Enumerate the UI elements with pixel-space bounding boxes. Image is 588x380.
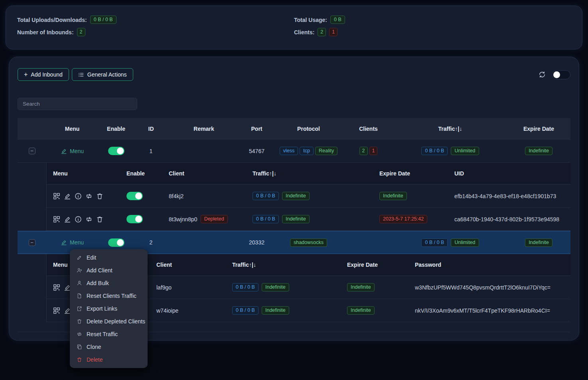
- client-traffic: 0 B / 0 B Indefinite: [226, 306, 341, 315]
- search-input[interactable]: [18, 98, 137, 110]
- traffic-tag: 0 B / 0 B: [232, 306, 258, 315]
- client-expire: Indefinite: [341, 306, 408, 315]
- edit-client-button[interactable]: [64, 216, 71, 223]
- number-of-inbounds-value: 2: [77, 28, 85, 36]
- traffic-limit-tag: Unlimited: [451, 147, 479, 155]
- reset-client-traffic-button[interactable]: [85, 216, 93, 223]
- clients-table-header: Menu Enable Client Traffic↑|↓ Expire Dat…: [47, 163, 570, 185]
- file-icon: [77, 293, 82, 299]
- client-row: 8t3wjnn8p0 Depleted 0 B / 0 B Indefinite…: [47, 208, 570, 231]
- expire-tag: Indefinite: [379, 192, 407, 200]
- total-usage-value: 0 B: [330, 16, 345, 24]
- reset-client-traffic-button[interactable]: [85, 193, 93, 200]
- inbound-enable-toggle[interactable]: [108, 147, 124, 155]
- protocol-tag: tcp: [300, 147, 314, 155]
- inbound-traffic: 0 B / 0 B Unlimited: [393, 238, 507, 247]
- menu-item-edit[interactable]: Edit: [70, 251, 148, 264]
- info-icon: [75, 193, 82, 200]
- edit-client-button[interactable]: [64, 193, 71, 200]
- client-name: w74ioipe: [150, 307, 226, 314]
- menu-item-clone[interactable]: Clone: [70, 341, 148, 353]
- inbound-expire: Indefinite: [507, 238, 570, 247]
- client-expire: 2023-5-7 17:25:42: [373, 215, 448, 223]
- refresh-icon[interactable]: [539, 71, 546, 78]
- clients-stat: Clients: 2 1: [294, 28, 571, 36]
- header-enable: Enable: [98, 126, 134, 132]
- qrcode-button[interactable]: [53, 193, 60, 200]
- menu-item-export-links[interactable]: Export Links: [70, 302, 148, 315]
- client-uid: efb14b43-4a79-4e83-ef18-e48cf1901b73: [448, 193, 570, 199]
- qrcode-button[interactable]: [53, 307, 60, 314]
- client-traffic: 0 B / 0 B Indefinite: [226, 283, 341, 291]
- client-actions: [53, 193, 103, 200]
- inbound-menu-button[interactable]: Menu: [61, 239, 84, 246]
- inbound-port: 20332: [240, 239, 274, 246]
- client-info-button[interactable]: [75, 193, 82, 200]
- client-uid: ca68470b-1940-437d-802b-1f9573e94598: [448, 216, 570, 222]
- client-actions: [53, 216, 103, 223]
- depleted-clients-tag: 1: [369, 147, 378, 155]
- header-traffic[interactable]: Traffic↑|↓: [246, 170, 373, 177]
- client-expire: Indefinite: [341, 283, 408, 291]
- delete-client-button[interactable]: [96, 193, 103, 200]
- menu-item-reset-traffic[interactable]: Reset Traffic: [70, 328, 148, 341]
- protocol-tag: Reality: [315, 147, 337, 155]
- expire-tag: Indefinite: [525, 238, 552, 247]
- inbound-menu-button[interactable]: Menu: [61, 148, 84, 154]
- add-inbound-button[interactable]: + Add Inbound: [18, 68, 69, 81]
- swap-icon: [85, 216, 93, 223]
- stats-card: Total Uploads/Downloads: 0 B / 0 B Numbe…: [6, 6, 582, 49]
- client-password: w3NfbzUPf5WWd745Q8pvsmQrdrttT2lO6knuI7Di…: [408, 284, 570, 291]
- client-info-button[interactable]: [75, 216, 82, 223]
- expire-tag: 2023-5-7 17:25:42: [379, 215, 427, 223]
- client-enable-toggle[interactable]: [126, 192, 143, 200]
- collapse-row-button[interactable]: −: [29, 239, 36, 246]
- number-of-inbounds-label: Number of Inbounds:: [17, 29, 74, 35]
- client-name: 8f4kj2: [162, 193, 246, 199]
- header-expire-date: Expire Date: [507, 126, 570, 132]
- dark-mode-toggle[interactable]: [552, 70, 570, 79]
- client-name: laf9go: [150, 284, 226, 291]
- traffic-tag: 0 B / 0 B: [253, 215, 279, 223]
- client-password: nkV/I/3XoAm9v6xMT/T5lcrF4TpeTKF98rHARbRo…: [408, 307, 570, 314]
- general-actions-button[interactable]: General Actions: [72, 68, 133, 81]
- stats-right-column: Total Usage: 0 B Clients: 2 1: [294, 16, 571, 39]
- inbound-enable-toggle[interactable]: [108, 238, 124, 247]
- menu-item-delete-depleted-clients[interactable]: Delete Depleted Clients: [70, 315, 148, 328]
- copy-icon: [77, 344, 82, 350]
- qrcode-button[interactable]: [53, 216, 60, 223]
- swap-icon: [85, 193, 93, 200]
- edit-icon: [64, 193, 71, 200]
- qr-code-icon: [53, 284, 60, 291]
- stats-left-column: Total Uploads/Downloads: 0 B / 0 B Numbe…: [17, 16, 294, 39]
- inbound-row-1: − Menu 1 54767 vless: [18, 140, 570, 163]
- traffic-limit-tag: Indefinite: [262, 306, 289, 315]
- menu-item-add-bulk[interactable]: Add Bulk: [70, 277, 148, 289]
- header-traffic[interactable]: Traffic↑|↓: [226, 262, 341, 268]
- delete-client-button[interactable]: [96, 216, 103, 223]
- qrcode-button[interactable]: [53, 284, 60, 291]
- export-icon: [77, 306, 82, 311]
- protocol-tag: vless: [280, 147, 298, 155]
- trash-icon: [77, 357, 82, 362]
- inbound-traffic: 0 B / 0 B Unlimited: [393, 147, 507, 155]
- qr-code-icon: [53, 193, 60, 200]
- collapse-row-button[interactable]: −: [29, 148, 36, 154]
- client-traffic: 0 B / 0 B Indefinite: [246, 215, 373, 223]
- client-traffic: 0 B / 0 B Indefinite: [246, 192, 373, 200]
- header-remark: Remark: [168, 126, 240, 132]
- edit-icon: [64, 216, 71, 223]
- header-password: Password: [408, 262, 570, 268]
- header-traffic[interactable]: Traffic↑|↓: [393, 126, 507, 132]
- header-id: ID: [134, 126, 168, 132]
- edit-icon: [61, 148, 67, 154]
- menu-item-delete[interactable]: Delete: [70, 353, 148, 366]
- traffic-limit-tag: Indefinite: [262, 283, 289, 291]
- toggle-knob: [117, 239, 124, 246]
- menu-item-reset-clients-traffic[interactable]: Reset Clients Traffic: [70, 289, 148, 302]
- menu-item-add-client[interactable]: Add Client: [70, 264, 148, 277]
- client-enable-toggle[interactable]: [126, 215, 143, 223]
- trash-icon: [96, 216, 103, 223]
- active-clients-tag: 2: [359, 147, 368, 155]
- header-enable: Enable: [120, 170, 162, 177]
